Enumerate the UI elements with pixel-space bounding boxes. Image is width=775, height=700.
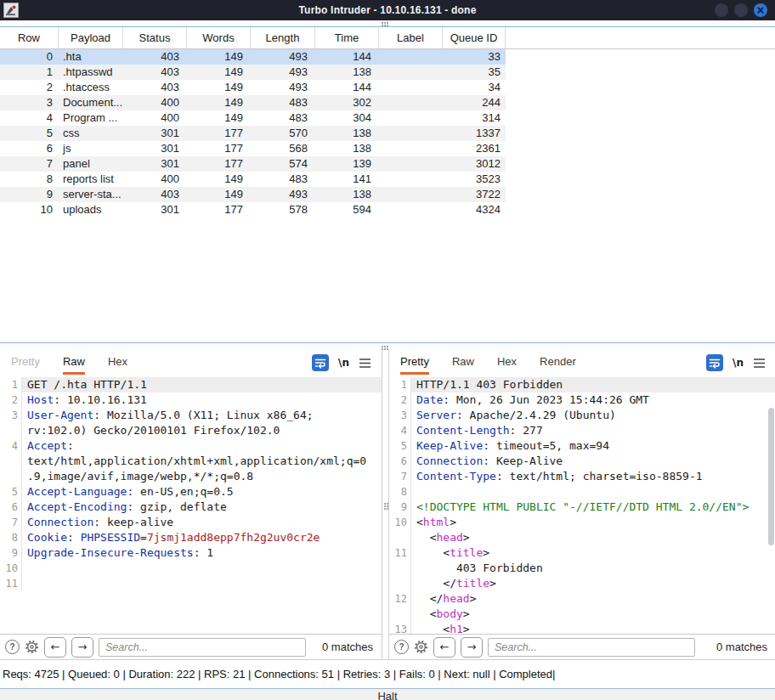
cell-payload: css [59,126,123,141]
cell-length: 483 [251,110,315,126]
header-cell-row[interactable]: Row [0,27,59,48]
line-text: <html> [411,515,775,530]
cell-label [379,156,443,172]
header-cell-label[interactable]: Label [379,27,443,48]
table-row[interactable]: 2.htaccess40314949314434 [0,80,506,95]
header-cell-length[interactable]: Length [251,27,315,48]
line-number: 5 [389,438,411,454]
maximize-button[interactable] [734,3,748,17]
line-text: <body> [411,607,775,622]
line-text: Content-Length: 277 [411,423,775,438]
line-text: Connection: Keep-Alive [411,454,775,469]
help-icon[interactable]: ? [5,640,20,654]
table-row[interactable]: 6js3011775681382361 [0,141,506,156]
cell-status: 400 [123,172,187,187]
help-icon[interactable]: ? [394,640,409,654]
panel-menu-icon[interactable] [359,358,371,369]
cell-label [379,110,443,126]
scrollbar-thumb[interactable] [768,408,774,545]
table-row[interactable]: 1.htpasswd40314949313835 [0,65,506,80]
cell-words: 149 [187,95,251,110]
cell-payload: .htpasswd [59,65,123,80]
close-button[interactable] [754,3,767,17]
word-wrap-toggle[interactable] [706,354,723,371]
halt-button[interactable]: Halt [0,688,775,700]
code-line: 9Upgrade-Insecure-Requests: 1 [0,545,382,561]
header-cell-words[interactable]: Words [187,27,251,48]
next-match-button[interactable]: → [71,637,93,658]
line-number: 8 [389,484,411,500]
panel-menu-icon[interactable] [753,358,766,369]
cell-queue_id: 1337 [443,126,506,141]
minimize-button[interactable] [715,3,728,17]
response-editor[interactable]: 1HTTP/1.1 403 Forbidden2Date: Mon, 26 Ju… [389,375,775,634]
header-cell-queue-id[interactable]: Queue ID [443,27,506,48]
code-line: 403 Forbidden [389,561,775,576]
cell-words: 177 [187,126,251,141]
response-tab-hex[interactable]: Hex [497,352,517,375]
line-text: User-Agent: Mozilla/5.0 (X11; Linux x86_… [22,408,382,423]
cell-status: 301 [123,126,187,141]
word-wrap-toggle[interactable] [312,354,329,371]
line-number: 6 [0,500,22,515]
newline-toggle[interactable]: \n [733,357,744,369]
response-tab-render[interactable]: Render [540,352,576,375]
request-tab-hex[interactable]: Hex [108,352,127,375]
search-input[interactable] [488,638,695,657]
line-text: <title> [411,545,775,561]
cell-status: 301 [123,156,187,172]
code-line: 2Date: Mon, 26 Jun 2023 15:44:26 GMT [389,392,775,408]
request-tabs: PrettyRawHex [0,352,127,375]
prev-match-button[interactable]: ← [44,637,66,658]
prev-match-button[interactable]: ← [433,637,455,658]
response-tab-pretty[interactable]: Pretty [400,352,429,375]
cell-row: 2 [0,80,59,95]
table-row[interactable]: 9server-sta...4031494931383722 [0,187,506,202]
line-text: <h1> [411,622,775,634]
table-row[interactable]: 5css3011775701381337 [0,126,506,141]
code-line: text/html,application/xhtml+xml,applicat… [0,454,382,469]
cell-label [379,172,443,187]
request-tab-raw[interactable]: Raw [63,352,85,375]
search-settings-icon[interactable] [414,640,428,654]
cell-status: 403 [123,49,187,65]
request-toolbar: \n [312,354,382,371]
editor-splitter[interactable] [0,342,775,350]
request-search-bar: ? ← → 0 matches [0,634,382,659]
cell-length: 493 [251,65,315,80]
cell-status: 403 [123,65,187,80]
next-match-button[interactable]: → [461,637,483,658]
code-line: 9<!DOCTYPE HTML PUBLIC "-//IETF//DTD HTM… [389,500,775,515]
table-row[interactable]: 3Document...400149483302244 [0,95,506,110]
request-tab-pretty[interactable]: Pretty [11,352,40,375]
table-row[interactable]: 4Program ...400149483304314 [0,110,506,126]
search-settings-icon[interactable] [25,640,39,654]
newline-toggle[interactable]: \n [338,357,349,369]
line-number: 10 [389,515,411,530]
panel-splitter-handle[interactable] [384,503,388,510]
search-input[interactable] [99,638,306,657]
cell-payload: uploads [59,202,123,217]
cell-length: 493 [251,187,315,202]
line-number: 4 [389,423,411,438]
request-editor[interactable]: 1GET /.hta HTTP/1.12Host: 10.10.16.1313U… [0,375,382,634]
line-text: Host: 10.10.16.131 [22,392,382,408]
header-cell-time[interactable]: Time [315,27,379,48]
cell-status: 301 [123,202,187,217]
table-row[interactable]: 10uploads3011775785944324 [0,202,506,217]
line-text: rv:102.0) Gecko/20100101 Firefox/102.0 [22,423,382,438]
response-tab-raw[interactable]: Raw [452,352,474,375]
code-line: 1GET /.hta HTTP/1.1 [0,377,382,392]
line-number: 4 [0,438,22,454]
header-cell-status[interactable]: Status [123,27,187,48]
table-row[interactable]: 8reports list4001494831413523 [0,172,506,187]
top-splitter[interactable] [0,20,775,27]
table-row[interactable]: 0.hta40314949314433 [0,49,506,65]
request-tabbar: PrettyRawHex \n [0,350,382,375]
cell-label [379,49,443,65]
header-cell-payload[interactable]: Payload [59,27,123,48]
cell-words: 149 [187,187,251,202]
table-row[interactable]: 7panel3011775741393012 [0,156,506,172]
cell-length: 483 [251,172,315,187]
cell-length: 574 [251,156,315,172]
